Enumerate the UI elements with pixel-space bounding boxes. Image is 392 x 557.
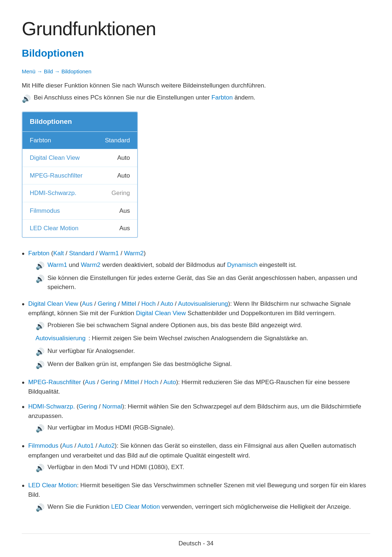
menu-item-label: MPEG-Rauschfilter (30, 171, 82, 180)
inline-link[interactable]: MPEG-Rauschfilter (28, 379, 81, 386)
bullet-item: •Filmmodus (Aus / Auto1 / Auto2): Sie kö… (22, 441, 370, 476)
inline-link[interactable]: Mittel (121, 300, 136, 307)
sub-note: 🔊Probieren Sie bei schwachem Signal ande… (36, 321, 370, 332)
sub-note-text: Probieren Sie bei schwachem Signal ander… (48, 321, 302, 330)
bullet-content: Digital Clean View (Aus / Gering / Mitte… (28, 299, 370, 373)
inline-link[interactable]: Auto (163, 379, 176, 386)
inline-link[interactable]: LED Clear Motion (111, 503, 160, 510)
bullet-main-text: LED Clear Motion: Hiermit beseitigen Sie… (28, 482, 366, 498)
menu-item: FarbtonStandard (23, 131, 137, 149)
sub-note: 🔊Wenn Sie die Funktion LED Clear Motion … (36, 502, 370, 513)
inline-link[interactable]: Farbton (28, 250, 50, 257)
sub-note: 🔊Sie können die Einstellungen für jedes … (36, 273, 370, 292)
inline-link[interactable]: Standard (69, 250, 94, 257)
inline-link[interactable]: Autovisualisierung (178, 300, 228, 307)
inline-link[interactable]: Auto (160, 300, 173, 307)
bildoptionen-menu: Bildoptionen FarbtonStandardDigital Clea… (22, 111, 138, 238)
inline-link[interactable]: Hoch (141, 300, 156, 307)
sub-note-text: Nur verfügbar für Analogsender. (48, 346, 135, 356)
inline-link[interactable]: Gering (79, 403, 97, 410)
page-title: Grundfunktionen (22, 15, 370, 43)
bullet-main-text: HDMI-Schwarzp. (Gering / Normal): Hiermi… (28, 403, 361, 419)
menu-item-label: Farbton (30, 136, 51, 145)
bullet-item: •Digital Clean View (Aus / Gering / Mitt… (22, 299, 370, 373)
sub-note-text: Nur verfügbar im Modus HDMI (RGB-Signale… (48, 423, 175, 432)
bullet-content: LED Clear Motion: Hiermit beseitigen Sie… (28, 481, 370, 515)
bullet-main-text: Digital Clean View (Aus / Gering / Mitte… (28, 300, 351, 317)
note-icon: 🔊 (36, 359, 45, 370)
inline-link[interactable]: Dynamisch (227, 261, 258, 268)
note-icon: 🔊 (36, 423, 45, 434)
farbton-link[interactable]: Farbton (212, 94, 233, 101)
inline-link[interactable]: Normal (102, 403, 122, 410)
sub-note: 🔊Verfügbar in den Modi TV und HDMI (1080… (36, 463, 370, 473)
sub-note-text: Warm1 und Warm2 werden deaktiviert, soba… (48, 260, 297, 270)
inline-link[interactable]: Gering (98, 300, 116, 307)
standalone-note: Autovisualisierung: Hiermit zeigen Sie b… (36, 334, 370, 343)
sub-note-text: Sie können die Einstellungen für jedes e… (48, 273, 370, 292)
inline-link[interactable]: Hoch (144, 379, 159, 386)
inline-link[interactable]: Warm2 (124, 250, 144, 257)
inline-link[interactable]: LED Clear Motion (28, 482, 77, 489)
inline-link[interactable]: Autovisualisierung (36, 334, 86, 343)
bullet-content: HDMI-Schwarzp. (Gering / Normal): Hiermi… (28, 402, 370, 436)
intro-text: Mit Hilfe dieser Funktion können Sie nac… (22, 81, 370, 90)
bullet-main-text: Filmmodus (Aus / Auto1 / Auto2): Sie kön… (28, 442, 356, 459)
inline-link[interactable]: Warm2 (81, 261, 101, 268)
menu-item-label: LED Clear Motion (30, 224, 78, 233)
note-icon: 🔊 (36, 273, 45, 284)
sub-note-text: Wenn der Balken grün ist, empfangen Sie … (48, 359, 232, 369)
sub-note: 🔊Nur verfügbar im Modus HDMI (RGB-Signal… (36, 423, 370, 434)
inline-link[interactable]: Warm1 (99, 250, 119, 257)
menu-item-label: Filmmodus (30, 206, 60, 216)
sub-note: 🔊Wenn der Balken grün ist, empfangen Sie… (36, 359, 370, 370)
inline-link[interactable]: Kalt (53, 250, 64, 257)
sub-note-text: Verfügbar in den Modi TV und HDMI (1080i… (48, 463, 184, 472)
note-icon: 🔊 (36, 321, 45, 332)
menu-item: LED Clear MotionAus (23, 219, 137, 237)
pc-note: 🔊 Bei Anschluss eines PCs können Sie nur… (22, 93, 370, 104)
inline-link[interactable]: Mittel (124, 379, 139, 386)
pc-note-text: Bei Anschluss eines PCs können Sie nur d… (34, 93, 256, 102)
sub-note-text: Wenn Sie die Funktion LED Clear Motion v… (48, 502, 351, 512)
menu-item-value: Standard (105, 136, 130, 145)
note-icon: 🔊 (36, 463, 45, 473)
bullet-item: •LED Clear Motion: Hiermit beseitigen Si… (22, 481, 370, 515)
inline-link[interactable]: Digital Clean View (28, 300, 78, 307)
bullet-section: •Farbton (Kalt / Standard / Warm1 / Warm… (22, 249, 370, 515)
inline-link[interactable]: HDMI-Schwarzp. (28, 403, 75, 410)
bullet-dot: • (22, 402, 25, 412)
inline-link[interactable]: Filmmodus (28, 442, 58, 449)
inline-link[interactable]: Auto1 (78, 442, 94, 449)
menu-item-label: HDMI-Schwarzp. (30, 188, 76, 198)
bullet-item: •Farbton (Kalt / Standard / Warm1 / Warm… (22, 249, 370, 294)
menu-item: MPEG-RauschfilterAuto (23, 167, 137, 184)
inline-link[interactable]: Aus (85, 379, 95, 386)
bullet-dot: • (22, 378, 25, 388)
menu-item-value: Aus (119, 206, 130, 216)
inline-link[interactable]: Gering (101, 379, 119, 386)
note-icon: 🔊 (36, 502, 45, 513)
bullet-dot: • (22, 441, 25, 452)
menu-item-value: Auto (117, 171, 130, 180)
menu-item-value: Aus (119, 224, 130, 233)
menu-item: HDMI-Schwarzp.Gering (23, 184, 137, 202)
menu-header: Bildoptionen (23, 112, 137, 131)
inline-link[interactable]: Auto2 (98, 442, 114, 449)
inline-link[interactable]: Warm1 (48, 261, 67, 268)
bullet-main-text: MPEG-Rauschfilter (Aus / Gering / Mittel… (28, 379, 350, 395)
menu-item-label: Digital Clean View (30, 153, 80, 163)
bullet-item: •MPEG-Rauschfilter (Aus / Gering / Mitte… (22, 378, 370, 397)
sub-note: 🔊Nur verfügbar für Analogsender. (36, 346, 370, 357)
inline-link[interactable]: Aus (62, 442, 73, 449)
inline-link[interactable]: Aus (82, 300, 93, 307)
bullet-dot: • (22, 481, 25, 491)
menu-item: FilmmodusAus (23, 202, 137, 220)
bullet-dot: • (22, 299, 25, 310)
inline-link[interactable]: Digital Clean View (136, 310, 186, 317)
note-icon: 🔊 (36, 346, 45, 357)
section-title: Bildoptionen (22, 46, 370, 61)
bullet-content: Farbton (Kalt / Standard / Warm1 / Warm2… (28, 249, 370, 294)
note-icon: 🔊 (22, 93, 31, 104)
bullet-dot: • (22, 249, 25, 259)
